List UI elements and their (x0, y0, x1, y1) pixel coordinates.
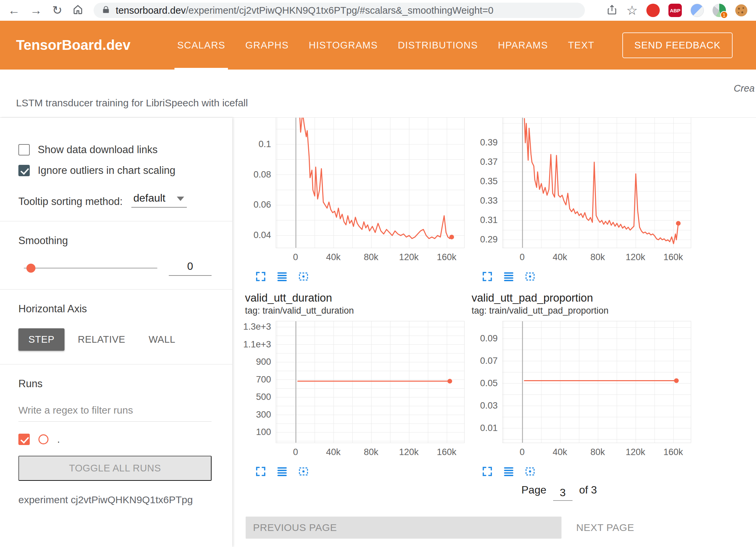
smoothing-slider-row: 0 (18, 260, 212, 276)
fit-domain-icon[interactable] (524, 270, 536, 283)
expand-card-icon[interactable] (254, 465, 267, 478)
chart-tag: tag: train/valid_utt_pad_proportion (469, 305, 696, 316)
axis-tick-label: 0.09 (469, 333, 498, 344)
expand-card-icon[interactable] (481, 465, 494, 478)
data-table-icon[interactable] (276, 465, 288, 478)
ignore-outliers-row: Ignore outliers in chart scaling (18, 165, 212, 177)
axis-tick-label: 160k (658, 252, 688, 262)
previous-page-button[interactable]: PREVIOUS PAGE (246, 517, 561, 539)
axis-tick-label: 100 (242, 427, 271, 437)
chart-card-actions (242, 465, 470, 478)
axis-step-button[interactable]: STEP (18, 328, 65, 351)
runs-label: Runs (18, 378, 212, 390)
run-name: . (57, 434, 60, 445)
line-chart[interactable] (502, 321, 691, 443)
browser-actions: ☆ ABP 1 (606, 3, 748, 18)
line-chart[interactable] (276, 118, 465, 248)
axis-tick-label: 40k (545, 447, 575, 457)
lock-icon (102, 5, 110, 15)
axis-tick-label: 0.01 (469, 423, 498, 433)
next-page-button[interactable]: NEXT PAGE (576, 522, 634, 533)
line-chart[interactable] (502, 118, 691, 248)
charts-main-area: 0.10.080.060.04040k80k120k160k 0.390.370… (232, 118, 756, 547)
chart-card-actions (469, 465, 696, 478)
chart-title: valid_utt_pad_proportion (469, 292, 696, 304)
forward-icon[interactable]: → (30, 4, 42, 16)
tab-text[interactable]: TEXT (558, 21, 604, 70)
show-download-links-row: Show data download links (18, 144, 212, 156)
home-icon[interactable] (72, 4, 84, 17)
run-color-swatch (38, 434, 48, 444)
share-icon[interactable] (606, 4, 618, 17)
divider (0, 364, 232, 364)
data-table-icon[interactable] (276, 270, 288, 283)
pager-buttons: PREVIOUS PAGE NEXT PAGE (246, 517, 634, 539)
slider-handle[interactable] (26, 263, 35, 272)
url-domain: tensorboard.dev (116, 5, 186, 16)
axis-relative-button[interactable]: RELATIVE (68, 328, 135, 351)
toggle-all-runs-button[interactable]: TOGGLE ALL RUNS (18, 456, 212, 481)
data-table-icon[interactable] (502, 465, 515, 478)
fit-domain-icon[interactable] (524, 465, 536, 478)
tab-graphs[interactable]: GRAPHS (235, 21, 299, 70)
run-checkbox[interactable] (18, 434, 30, 445)
axis-tick-label: 0.1 (242, 139, 271, 149)
bookmark-star-icon[interactable]: ☆ (626, 3, 638, 18)
fit-domain-icon[interactable] (297, 465, 310, 478)
axis-tick-label: 80k (356, 447, 386, 457)
smoothing-slider[interactable] (24, 267, 157, 269)
axis-tick-label: 700 (242, 374, 271, 385)
address-bar[interactable]: tensorboard.dev/experiment/cj2vtPiwQHKN9… (94, 3, 585, 18)
tab-distributions[interactable]: DISTRIBUTIONS (388, 21, 488, 70)
axis-tick-label: 0 (507, 252, 537, 262)
axis-tick-label: 1.1e+3 (242, 339, 271, 350)
axis-tick-label: 0.07 (469, 355, 498, 366)
extension-icon[interactable] (690, 4, 704, 17)
axis-tick-label: 120k (394, 252, 424, 262)
axis-tick-label: 40k (318, 252, 348, 262)
url-path: /experiment/cj2vtPiwQHKN9Q1tx6PTpg/#scal… (186, 5, 494, 16)
show-download-links-label: Show data download links (38, 144, 157, 156)
profile-extension-icon[interactable]: 1 (713, 4, 726, 17)
ignore-outliers-checkbox[interactable] (18, 165, 30, 176)
page-count-label: of 3 (579, 484, 597, 496)
chart-plot-area: 1.3e+31.1e+3900700500300100040k80k120k16… (242, 321, 470, 463)
page-number-input[interactable] (553, 486, 573, 501)
chart-title: valid_utt_duration (242, 292, 470, 304)
cookie-icon[interactable] (735, 4, 748, 17)
chart-tag: tag: train/valid_utt_duration (242, 305, 470, 316)
expand-card-icon[interactable] (481, 270, 494, 283)
created-text-fragment: Crea (734, 83, 755, 94)
show-download-links-checkbox[interactable] (18, 144, 30, 155)
axis-tick-label: 0.03 (469, 400, 498, 411)
smoothing-value[interactable]: 0 (169, 260, 212, 276)
axis-tick-label: 160k (431, 447, 462, 457)
tab-scalars[interactable]: SCALARS (167, 21, 235, 70)
tooltip-sorting-select[interactable]: default (131, 192, 187, 208)
tab-histograms[interactable]: HISTOGRAMS (299, 21, 388, 70)
send-feedback-button[interactable]: SEND FEEDBACK (622, 32, 733, 58)
axis-tick-label: 160k (658, 447, 688, 457)
back-icon[interactable]: ← (8, 4, 20, 16)
pagination: Page of 3 (521, 484, 597, 498)
expand-card-icon[interactable] (254, 270, 267, 283)
app-logo[interactable]: TensorBoard.dev (16, 37, 130, 53)
axis-wall-button[interactable]: WALL (139, 328, 185, 351)
data-table-icon[interactable] (502, 270, 515, 283)
fit-domain-icon[interactable] (297, 270, 310, 283)
adblock-extension-icon[interactable] (646, 4, 660, 17)
axis-tick-label: 0.04 (242, 230, 271, 240)
runs-filter-input[interactable] (18, 403, 212, 422)
axis-tick-label: 500 (242, 392, 271, 402)
axis-tick-label: 40k (318, 447, 348, 457)
axis-tick-label: 0.35 (469, 176, 498, 187)
axis-tick-label: 0 (507, 447, 537, 457)
axis-tick-label: 0.33 (469, 195, 498, 206)
tab-hparams[interactable]: HPARAMS (488, 21, 558, 70)
reload-icon[interactable]: ↻ (52, 4, 62, 16)
experiment-description: LSTM transducer training for LibriSpeech… (16, 97, 248, 109)
axis-tick-label: 0.39 (469, 137, 498, 148)
page-label: Page (521, 484, 546, 496)
abp-extension-icon[interactable]: ABP (668, 4, 682, 17)
line-chart[interactable] (276, 321, 465, 443)
